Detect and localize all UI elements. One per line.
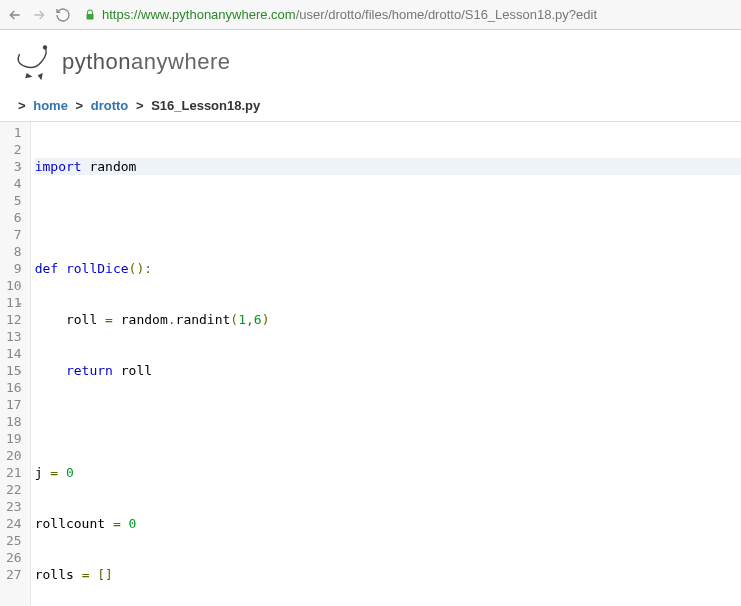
line-number: 3▾ — [6, 158, 22, 175]
breadcrumb-sep: > — [136, 98, 144, 113]
line-number: 13 — [6, 328, 22, 345]
line-gutter: 1 2 3▾ 4 5 6 7 8 9 10 11▾ 12 13 14 15▾ 1… — [0, 122, 31, 606]
logo-text: pythonanywhere — [62, 49, 230, 75]
code-line: j = 0 — [35, 464, 741, 481]
code-line: import random — [35, 158, 741, 175]
line-number: 20 — [6, 447, 22, 464]
line-number: 17 — [6, 396, 22, 413]
line-number: 26 — [6, 549, 22, 566]
line-number: 25 — [6, 532, 22, 549]
url-host: https://www.pythonanywhere.com — [102, 7, 296, 22]
line-number: 23 — [6, 498, 22, 515]
breadcrumb-sep: > — [76, 98, 84, 113]
page-header: pythonanywhere — [0, 30, 741, 90]
breadcrumb-file: S16_Lesson18.py — [151, 98, 260, 113]
breadcrumb-sep: > — [18, 98, 26, 113]
breadcrumb: > home > drotto > S16_Lesson18.py — [0, 90, 741, 121]
line-number: 12 — [6, 311, 22, 328]
lock-icon — [84, 8, 96, 22]
reload-button[interactable] — [54, 6, 72, 24]
line-number: 21 — [6, 464, 22, 481]
code-line: rolls = [] — [35, 566, 741, 583]
code-line — [35, 209, 741, 226]
forward-button[interactable] — [30, 6, 48, 24]
code-area[interactable]: import random def rollDice(): roll = ran… — [31, 122, 741, 606]
code-line — [35, 413, 741, 430]
line-number: 19 — [6, 430, 22, 447]
breadcrumb-home[interactable]: home — [33, 98, 68, 113]
line-number: 8 — [6, 243, 22, 260]
browser-toolbar: https://www.pythonanywhere.com/user/drot… — [0, 0, 741, 30]
line-number: 7 — [6, 226, 22, 243]
address-bar[interactable]: https://www.pythonanywhere.com/user/drot… — [78, 5, 735, 24]
url-path: /user/drotto/files/home/drotto/S16_Lesso… — [296, 7, 597, 22]
code-line: def rollDice(): — [35, 260, 741, 277]
code-line: roll = random.randint(1,6) — [35, 311, 741, 328]
svg-point-0 — [44, 46, 47, 49]
line-number: 6 — [6, 209, 22, 226]
line-number: 18 — [6, 413, 22, 430]
code-editor[interactable]: 1 2 3▾ 4 5 6 7 8 9 10 11▾ 12 13 14 15▾ 1… — [0, 121, 741, 606]
line-number: 11▾ — [6, 294, 22, 311]
line-number: 1 — [6, 124, 22, 141]
line-number: 16 — [6, 379, 22, 396]
line-number: 10 — [6, 277, 22, 294]
line-number: 5 — [6, 192, 22, 209]
code-line: return roll — [35, 362, 741, 379]
line-number: 14 — [6, 345, 22, 362]
line-number: 4 — [6, 175, 22, 192]
logo[interactable]: pythonanywhere — [12, 40, 230, 84]
back-button[interactable] — [6, 6, 24, 24]
breadcrumb-user[interactable]: drotto — [91, 98, 129, 113]
fold-icon[interactable]: ▾ — [17, 367, 22, 379]
line-number: 9 — [6, 260, 22, 277]
line-number: 22 — [6, 481, 22, 498]
line-number: 15▾ — [6, 362, 22, 379]
fold-icon[interactable]: ▾ — [17, 299, 22, 311]
line-number: 27 — [6, 566, 22, 583]
line-number: 2 — [6, 141, 22, 158]
line-number: 24 — [6, 515, 22, 532]
fold-icon[interactable]: ▾ — [17, 163, 22, 175]
code-line: rollcount = 0 — [35, 515, 741, 532]
snake-icon — [12, 40, 56, 84]
